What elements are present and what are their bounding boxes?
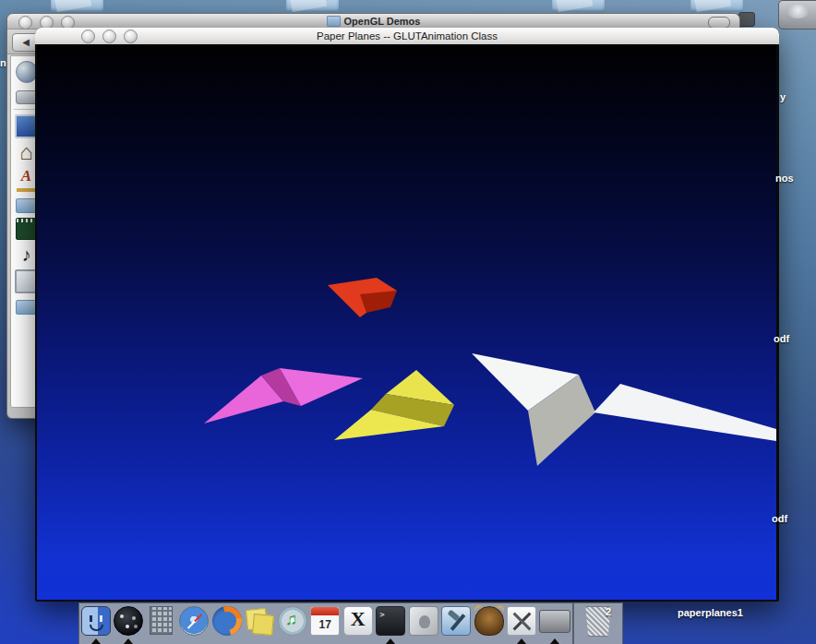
grid-organizer-icon (150, 606, 173, 635)
desktop-icon-label[interactable]: n (0, 57, 6, 68)
sidebar-item-movies-icon[interactable] (16, 218, 38, 240)
zoom-button[interactable] (124, 30, 138, 43)
paper-planes-window-title: Paper Planes -- GLUTAnimation Class (35, 30, 779, 42)
dock-item-safari[interactable] (178, 603, 211, 644)
magenta-paper-plane (204, 368, 363, 423)
apple-box-app-icon (409, 606, 438, 636)
running-indicator (550, 638, 559, 644)
white-paper-plane (472, 353, 776, 466)
finder-window-title: OpenGL Demos (15, 16, 732, 27)
ical-icon: 17 (310, 606, 340, 636)
desktop-folder-icon[interactable] (286, 0, 339, 12)
desktop[interactable]: OpenGL Demos Paper Planes -- GLUTAnimati… (0, 0, 816, 644)
gl-canvas-svg (37, 44, 776, 600)
finder-title-text: OpenGL Demos (344, 16, 421, 27)
close-button[interactable] (81, 30, 95, 43)
dock-item-dark-dial-app[interactable] (113, 603, 146, 644)
close-button[interactable] (18, 16, 32, 30)
paper-planes-window: Paper Planes -- GLUTAnimation Class (35, 28, 779, 602)
itunes-icon (278, 606, 307, 636)
running-indicator (124, 638, 133, 644)
minimize-button[interactable] (102, 30, 116, 43)
dock-item-stickies[interactable] (244, 603, 277, 644)
dock-item-firefox[interactable] (210, 603, 244, 644)
desktop-hidden-icon[interactable] (738, 12, 755, 27)
sidebar-item-applications-icon[interactable] (17, 168, 37, 192)
finder-icon (81, 606, 111, 636)
gnu-emacs-icon (474, 606, 504, 636)
dock-item-gnu-emacs[interactable] (473, 603, 506, 644)
dock-item-grid-organizer[interactable] (145, 603, 178, 644)
desktop-folder-icon[interactable] (51, 0, 103, 12)
desktop-drive-icon[interactable] (778, 0, 816, 30)
running-indicator (517, 638, 526, 644)
firefox-icon (212, 606, 242, 636)
dock-main: 17X> (78, 602, 573, 644)
dock-item-developer-tools[interactable] (440, 603, 474, 644)
paper-planes-window-controls (81, 30, 138, 43)
safari-icon (179, 606, 209, 636)
dock-item-terminal[interactable]: > (375, 603, 408, 644)
sidebar-item-hard-disk-icon[interactable] (16, 90, 38, 104)
dock-item-x11[interactable]: X (342, 603, 375, 644)
dock-trash (573, 602, 623, 644)
folder-icon (327, 16, 341, 27)
desktop-folder-icon[interactable] (690, 0, 743, 12)
gl-canvas[interactable] (37, 44, 776, 600)
paper-planes-titlebar[interactable]: Paper Planes -- GLUTAnimation Class (35, 28, 779, 46)
stickies-icon (245, 606, 274, 636)
sidebar-item-music-icon[interactable] (17, 244, 37, 265)
red-paper-plane (328, 278, 397, 317)
desktop-icon-label[interactable]: paperplanes1 (678, 607, 743, 618)
dock-item-minimized-window[interactable] (538, 603, 571, 644)
dock-item-apple-box-app[interactable] (407, 603, 440, 644)
terminal-icon: > (376, 606, 405, 636)
dock-item-ical[interactable]: 17 (309, 603, 342, 644)
desktop-icon-label[interactable]: odf (772, 513, 787, 524)
dock-item-itunes[interactable] (276, 603, 309, 644)
sidebar-item-documents-icon[interactable] (16, 198, 38, 213)
dock-item-crossed-picks-app[interactable] (506, 603, 539, 644)
running-indicator (91, 638, 101, 644)
dark-dial-app-icon (114, 606, 143, 636)
sidebar-item-network-icon[interactable] (16, 61, 38, 83)
sidebar-item-home-icon[interactable] (17, 143, 37, 163)
desktop-icon-label[interactable]: 2 (606, 606, 611, 617)
sidebar-item-public-folder-icon[interactable] (16, 300, 38, 315)
minimized-window-icon (539, 610, 570, 633)
dock-item-finder[interactable] (79, 603, 113, 644)
desktop-icon-label[interactable]: odf (774, 333, 789, 344)
desktop-icon-label[interactable]: y (780, 91, 786, 102)
desktop-icon-label[interactable]: nos (775, 173, 794, 184)
crossed-picks-app-icon (507, 606, 536, 636)
desktop-folder-icon[interactable] (552, 0, 605, 12)
developer-tools-icon (441, 606, 471, 636)
running-indicator (386, 638, 395, 644)
x11-icon: X (343, 606, 373, 636)
